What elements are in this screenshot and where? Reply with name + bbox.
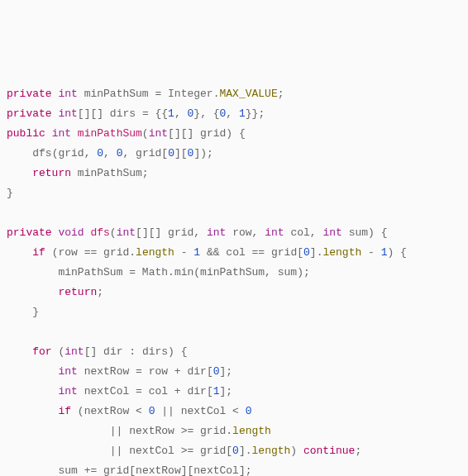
identifier: minPathSum [84,88,149,100]
property: MAX_VALUE [219,88,277,100]
type: void [58,226,84,239]
keyword: private [7,107,52,120]
number-literal: 1 [168,107,174,120]
keyword: for [32,345,51,358]
keyword: return [32,167,71,179]
code-line: || nextCol >= grid[0].length) continue; [7,445,361,457]
code-line: for (int[] dir : dirs) { [7,345,188,358]
code-line: if (nextRow < 0 || nextCol < 0 [7,405,252,417]
type: int [58,88,77,100]
code-line [7,326,13,338]
keyword: private [7,226,52,239]
method-name: dfs [90,226,109,239]
number-literal: 1 [239,107,246,120]
code-line: dfs(grid, 0, 0, grid[0][0]); [7,147,213,159]
code-block: private int minPathSum = Integer.MAX_VAL… [7,84,461,476]
code-line: sum += grid[nextRow][nextCol]; [7,464,252,476]
code-line: return minPathSum; [7,167,149,179]
method-name: minPathSum [78,127,142,140]
code-line: int nextRow = row + dir[0]; [7,365,232,378]
type: int [58,107,77,120]
code-line: || nextRow >= grid.length [7,425,271,437]
keyword: public [7,127,45,140]
code-line: private void dfs(int[][] grid, int row, … [7,226,387,239]
keyword: private [7,88,52,100]
identifier: dirs [110,107,136,120]
code-line: private int[][] dirs = {{1, 0}, {0, 1}}; [7,107,265,120]
code-line: if (row == grid.length - 1 && col == gri… [7,246,407,259]
code-line: public int minPathSum(int[][] grid) { [7,127,246,140]
code-line: } [7,306,39,318]
type: int [52,127,71,140]
code-line: private int minPathSum = Integer.MAX_VAL… [7,88,284,100]
keyword: if [32,246,45,259]
code-line: int nextCol = col + dir[1]; [7,385,232,397]
code-line: minPathSum = Math.min(minPathSum, sum); [7,266,310,278]
code-line: } [7,187,13,199]
class-ref: Integer [168,88,213,100]
code-line: return; [7,286,103,298]
code-line [7,207,13,219]
